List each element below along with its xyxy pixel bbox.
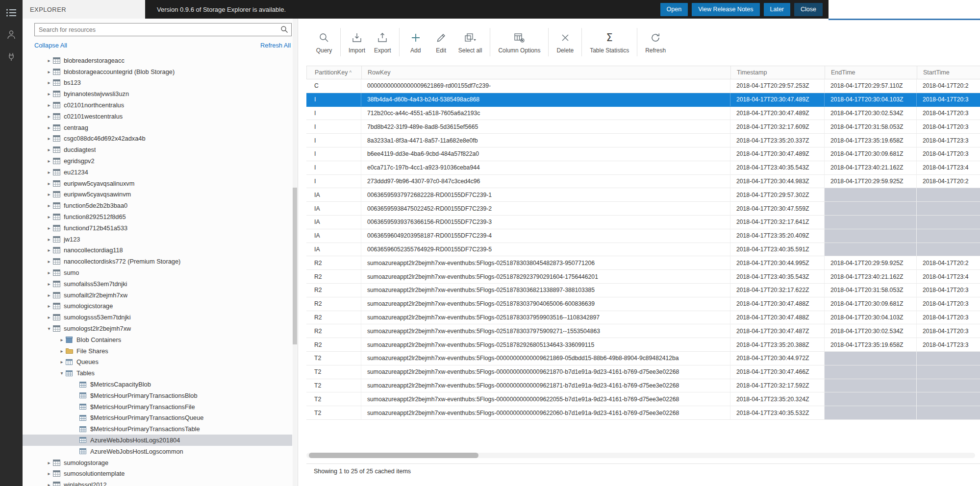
chevron-icon[interactable]: ▸ bbox=[58, 359, 66, 364]
table-row[interactable]: I b6ee4119-dd3e-4ba6-9cbd-484a57f822a0 2… bbox=[306, 147, 980, 161]
table-row[interactable]: T2 sumoazureappt2lr2bejmh7xw-eventhubs:5… bbox=[306, 406, 980, 420]
sidebar-scrollbar-thumb[interactable] bbox=[293, 188, 297, 344]
chevron-icon[interactable]: ▸ bbox=[45, 225, 53, 231]
tree-item[interactable]: ▸ File Shares bbox=[23, 345, 292, 357]
chevron-icon[interactable]: ▸ bbox=[45, 214, 53, 219]
view-release-notes-button[interactable]: View Release Notes bbox=[692, 3, 759, 16]
search-input[interactable] bbox=[34, 23, 292, 36]
explorer-list-icon[interactable] bbox=[0, 4, 23, 22]
tree-item[interactable]: ▸ euripww5cyavqsalinuxvm bbox=[23, 178, 292, 189]
chevron-icon[interactable]: ▸ bbox=[45, 114, 53, 119]
chevron-icon[interactable]: ▸ bbox=[45, 460, 53, 465]
refresh-button[interactable]: Refresh bbox=[641, 24, 670, 60]
table-row[interactable]: T2 sumoazureappt2lr2bejmh7xw-eventhubs:5… bbox=[306, 365, 980, 379]
edit-button[interactable]: Edit bbox=[428, 24, 454, 60]
header-cell-starttime[interactable]: StartTime bbox=[917, 66, 980, 79]
chevron-icon[interactable]: ▸ bbox=[45, 147, 53, 152]
select-all-button[interactable]: Select all bbox=[454, 24, 487, 60]
plug-icon[interactable] bbox=[0, 48, 23, 66]
header-cell-partitionkey[interactable]: PartitionKey ^ bbox=[306, 66, 361, 79]
tree-item[interactable]: ▸ blobstorageaccountegrid (Blob Storage) bbox=[23, 66, 292, 77]
add-button[interactable]: Add bbox=[403, 24, 428, 60]
tree-item[interactable]: ▸ function5de2b2b3baa0 bbox=[23, 200, 292, 211]
table-row[interactable]: I 273ddd97-9b96-4307-97c0-847c3ced4c96 2… bbox=[306, 175, 980, 189]
table-row[interactable]: C 00000000000000009621869-rd00155df7c239… bbox=[306, 79, 980, 93]
tree-item[interactable]: ▸ centraag bbox=[23, 122, 292, 133]
header-cell-timestamp[interactable]: Timestamp bbox=[730, 66, 825, 79]
tree-item[interactable]: ▸ jw123 bbox=[23, 234, 292, 245]
account-person-icon[interactable] bbox=[0, 25, 23, 43]
chevron-icon[interactable]: ▸ bbox=[58, 337, 66, 342]
tree-item[interactable]: ▸ c02101westcentralus bbox=[23, 111, 292, 122]
chevron-icon[interactable]: ▸ bbox=[45, 69, 53, 74]
table-row[interactable]: IA 00636595939376366156-RD00155DF7C239-3… bbox=[306, 216, 980, 229]
chevron-icon[interactable]: ▸ bbox=[45, 170, 53, 175]
table-row[interactable]: I 38fb4da4-d60b-4a43-b24d-5385498ac868 2… bbox=[306, 93, 980, 107]
tree-item[interactable]: ▸ sumologsss53em7tdnjki bbox=[23, 312, 292, 323]
table-row[interactable]: IA 00636595938475022452-RD00155DF7C239-2… bbox=[306, 202, 980, 216]
chevron-icon[interactable]: ▸ bbox=[45, 315, 53, 320]
refresh-all-link[interactable]: Refresh All bbox=[260, 42, 291, 49]
tree-item[interactable]: $MetricsHourPrimaryTransactionsFile bbox=[23, 401, 292, 413]
tree-item[interactable]: ▸ winlabssql2012 bbox=[23, 479, 292, 486]
tree-item[interactable]: $MetricsHourPrimaryTransactionsTable bbox=[23, 423, 292, 435]
chevron-icon[interactable]: ▸ bbox=[45, 292, 53, 298]
chevron-icon[interactable]: ▸ bbox=[58, 348, 66, 354]
chevron-icon[interactable]: ▸ bbox=[45, 247, 53, 253]
tree-item[interactable]: ▾ Tables bbox=[23, 367, 292, 379]
tree-item[interactable]: ▸ Queues bbox=[23, 357, 292, 368]
tree-item[interactable]: ▸ Blob Containers bbox=[23, 334, 292, 345]
table-row[interactable]: I 7bd8b422-31f9-489e-8ad8-5d3615ef5665 2… bbox=[306, 120, 980, 134]
chevron-icon[interactable]: ▸ bbox=[45, 303, 53, 309]
tree-item[interactable]: ▸ csgc088dc46d692x42adxa4b bbox=[23, 133, 292, 145]
chevron-icon[interactable]: ▸ bbox=[45, 91, 53, 97]
tree-item[interactable]: ▸ functiond712b451a533 bbox=[23, 222, 292, 234]
chevron-icon[interactable]: ▾ bbox=[58, 370, 66, 376]
chevron-icon[interactable]: ▸ bbox=[45, 125, 53, 130]
chevron-icon[interactable]: ▸ bbox=[45, 237, 53, 242]
table-row[interactable]: R2 sumoazureappt2lr2bejmh7xw-eventhubs:5… bbox=[306, 338, 980, 352]
table-row[interactable]: IA 00636596052355764929-RD00155DF7C239-5… bbox=[306, 243, 980, 257]
later-button[interactable]: Later bbox=[764, 3, 791, 16]
chevron-icon[interactable]: ▸ bbox=[45, 259, 53, 264]
table-row[interactable]: IA 00636596049203958187-RD00155DF7C239-4… bbox=[306, 229, 980, 243]
horizontal-scrollbar-thumb[interactable] bbox=[309, 453, 478, 458]
table-row[interactable]: T2 sumoazureappt2lr2bejmh7xw-eventhubs:5… bbox=[306, 352, 980, 365]
query-button[interactable]: Query bbox=[311, 24, 337, 60]
tree-item[interactable]: ▾ sumologst2lr2bejmh7xw bbox=[23, 323, 292, 334]
export-button[interactable]: Export bbox=[370, 24, 396, 60]
tree-item[interactable]: ▸ bs123 bbox=[23, 77, 292, 89]
tree-item[interactable]: AzureWebJobsHostLogs201804 bbox=[23, 435, 292, 446]
chevron-icon[interactable]: ▸ bbox=[45, 80, 53, 85]
table-row[interactable]: T2 sumoazureappt2lr2bejmh7xw-eventhubs:5… bbox=[306, 379, 980, 393]
chevron-icon[interactable]: ▸ bbox=[45, 181, 53, 186]
chevron-icon[interactable]: ▸ bbox=[45, 102, 53, 108]
chevron-icon[interactable]: ▸ bbox=[45, 270, 53, 275]
table-row[interactable]: I 712b20cc-a44c-4551-a518-7605a6a2193c 2… bbox=[306, 107, 980, 121]
table-row[interactable]: R2 sumoazureappt2lr2bejmh7xw-eventhubs:5… bbox=[306, 324, 980, 338]
tree-item[interactable]: ▸ sumofailss53em7tdnjki bbox=[23, 278, 292, 290]
tree-item[interactable]: ▸ eu21234 bbox=[23, 167, 292, 178]
table-row[interactable]: R2 sumoazureappt2lr2bejmh7xw-eventhubs:5… bbox=[306, 297, 980, 311]
table-row[interactable]: T2 sumoazureappt2lr2bejmh7xw-eventhubs:5… bbox=[306, 392, 980, 406]
tree-item[interactable]: ▸ sumofailt2lr2bejmh7xw bbox=[23, 290, 292, 301]
chevron-icon[interactable]: ▸ bbox=[45, 158, 53, 164]
tree-item[interactable]: ▸ function8292512f8d65 bbox=[23, 211, 292, 222]
table-row[interactable]: IA 00636595937972682228-RD00155DF7C239-1… bbox=[306, 188, 980, 202]
tree-item[interactable]: ▸ nanocollectordiag118 bbox=[23, 245, 292, 256]
tree-item[interactable]: $MetricsCapacityBlob bbox=[23, 379, 292, 390]
tree-item[interactable]: $MetricsHourPrimaryTransactionsBlob bbox=[23, 390, 292, 401]
tree-item[interactable]: $MetricsHourPrimaryTransactionsQueue bbox=[23, 413, 292, 424]
chevron-icon[interactable]: ▸ bbox=[45, 192, 53, 197]
chevron-icon[interactable]: ▸ bbox=[45, 471, 53, 476]
tree-item[interactable]: ▸ sumologicstorage bbox=[23, 301, 292, 312]
chevron-icon[interactable]: ▾ bbox=[45, 326, 53, 331]
chevron-icon[interactable]: ▸ bbox=[45, 58, 53, 63]
tree-item[interactable]: ▸ byinanotestwjvwsli3uzn bbox=[23, 88, 292, 99]
tree-item[interactable]: ▸ nanocollectordisks772 (Premium Storage… bbox=[23, 256, 292, 267]
table-statistics-button[interactable]: Σ Table Statistics bbox=[585, 24, 633, 60]
tree-item[interactable]: ▸ sumo bbox=[23, 267, 292, 278]
table-row[interactable]: R2 sumoazureappt2lr2bejmh7xw-eventhubs:5… bbox=[306, 270, 980, 284]
chevron-icon[interactable]: ▸ bbox=[45, 203, 53, 208]
import-button[interactable]: Import bbox=[344, 24, 370, 60]
